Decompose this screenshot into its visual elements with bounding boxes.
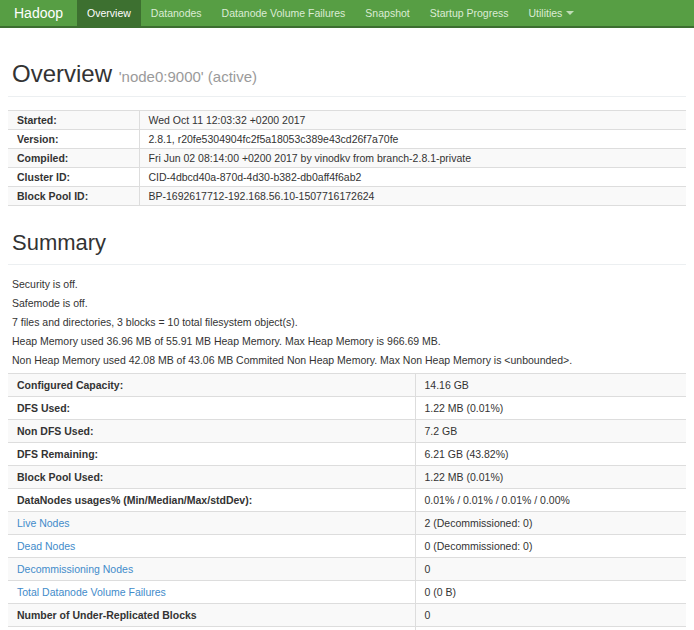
row-label: DataNodes usages% (Min/Median/Max/stdDev…: [8, 489, 415, 512]
table-row: Decommissioning Nodes 0: [8, 558, 686, 581]
table-row: Number of Under-Replicated Blocks 0: [8, 604, 686, 627]
row-label: Cluster ID:: [8, 168, 139, 187]
row-value: 0 (Decommissioned: 0): [415, 535, 686, 558]
table-row: Version: 2.8.1, r20fe5304904fc2f5a18053c…: [8, 130, 686, 149]
row-label: Version:: [8, 130, 139, 149]
row-value: 0 (0 B): [415, 581, 686, 604]
table-row: Live Nodes 2 (Decommissioned: 0): [8, 512, 686, 535]
table-row: Block Pool Used: 1.22 MB (0.01%): [8, 466, 686, 489]
row-label: Number of Blocks Pending Deletion: [8, 627, 415, 630]
filesystem-objects-text: 7 files and directories, 3 blocks = 10 t…: [12, 316, 686, 328]
tab-datanodes[interactable]: Datanodes: [141, 0, 212, 26]
row-value: 0.01% / 0.01% / 0.01% / 0.00%: [415, 489, 686, 512]
decommissioning-nodes-link[interactable]: Decommissioning Nodes: [8, 558, 415, 581]
row-label: Block Pool ID:: [8, 187, 139, 206]
row-value: 7.2 GB: [415, 420, 686, 443]
row-label: Number of Under-Replicated Blocks: [8, 604, 415, 627]
tab-utilities-dropdown[interactable]: Utilities: [519, 0, 585, 26]
row-label: DFS Remaining:: [8, 443, 415, 466]
row-value: 1.22 MB (0.01%): [415, 466, 686, 489]
table-row: Dead Nodes 0 (Decommissioned: 0): [8, 535, 686, 558]
tab-overview[interactable]: Overview: [77, 0, 141, 26]
summary-table: Configured Capacity: 14.16 GB DFS Used: …: [8, 373, 686, 630]
row-value: 6.21 GB (43.82%): [415, 443, 686, 466]
navbar: Hadoop Overview Datanodes Datanode Volum…: [0, 0, 694, 28]
table-row: Configured Capacity: 14.16 GB: [8, 374, 686, 397]
table-row: Started: Wed Oct 11 12:03:32 +0200 2017: [8, 111, 686, 130]
page-title-text: Overview: [12, 60, 112, 87]
tab-snapshot[interactable]: Snapshot: [355, 0, 419, 26]
total-datanode-volume-failures-link[interactable]: Total Datanode Volume Failures: [8, 581, 415, 604]
row-value: 0: [415, 558, 686, 581]
row-label: Block Pool Used:: [8, 466, 415, 489]
non-heap-memory-text: Non Heap Memory used 42.08 MB of 43.06 M…: [12, 354, 686, 366]
row-value: BP-1692617712-192.168.56.10-150771617262…: [139, 187, 686, 206]
row-value: Fri Jun 02 08:14:00 +0200 2017 by vinodk…: [139, 149, 686, 168]
row-label: Compiled:: [8, 149, 139, 168]
row-label: Started:: [8, 111, 139, 130]
table-row: DFS Used: 1.22 MB (0.01%): [8, 397, 686, 420]
namenode-address-label: 'node0:9000' (active): [119, 68, 257, 85]
divider: [8, 264, 686, 265]
table-row: DFS Remaining: 6.21 GB (43.82%): [8, 443, 686, 466]
row-value: 1.22 MB (0.01%): [415, 397, 686, 420]
tab-startup-progress[interactable]: Startup Progress: [420, 0, 519, 26]
tab-utilities-label: Utilities: [529, 7, 563, 19]
row-value: 14.16 GB: [415, 374, 686, 397]
row-value: 0: [415, 627, 686, 630]
row-label: DFS Used:: [8, 397, 415, 420]
security-status-text: Security is off.: [12, 278, 686, 290]
table-row: Compiled: Fri Jun 02 08:14:00 +0200 2017…: [8, 149, 686, 168]
hadoop-brand-link[interactable]: Hadoop: [0, 0, 77, 26]
row-label: Configured Capacity:: [8, 374, 415, 397]
table-row: Total Datanode Volume Failures 0 (0 B): [8, 581, 686, 604]
chevron-down-icon: [566, 11, 574, 15]
overview-info-table: Started: Wed Oct 11 12:03:32 +0200 2017 …: [8, 110, 686, 206]
row-value: 0: [415, 604, 686, 627]
table-row: Block Pool ID: BP-1692617712-192.168.56.…: [8, 187, 686, 206]
dead-nodes-link[interactable]: Dead Nodes: [8, 535, 415, 558]
row-label: Non DFS Used:: [8, 420, 415, 443]
live-nodes-link[interactable]: Live Nodes: [8, 512, 415, 535]
summary-title: Summary: [12, 230, 686, 256]
row-value: 2 (Decommissioned: 0): [415, 512, 686, 535]
safemode-status-text: Safemode is off.: [12, 297, 686, 309]
divider: [8, 96, 686, 97]
row-value: CID-4dbcd40a-870d-4d30-b382-db0aff4f6ab2: [139, 168, 686, 187]
row-value: 2.8.1, r20fe5304904fc2f5a18053c389e43cd2…: [139, 130, 686, 149]
row-value: Wed Oct 11 12:03:32 +0200 2017: [139, 111, 686, 130]
table-row: Non DFS Used: 7.2 GB: [8, 420, 686, 443]
table-row: Cluster ID: CID-4dbcd40a-870d-4d30-b382-…: [8, 168, 686, 187]
table-row: Number of Blocks Pending Deletion 0: [8, 627, 686, 630]
table-row: DataNodes usages% (Min/Median/Max/stdDev…: [8, 489, 686, 512]
heap-memory-text: Heap Memory used 36.96 MB of 55.91 MB He…: [12, 335, 686, 347]
page-title: Overview 'node0:9000' (active): [12, 60, 686, 88]
tab-datanode-volume-failures[interactable]: Datanode Volume Failures: [212, 0, 356, 26]
